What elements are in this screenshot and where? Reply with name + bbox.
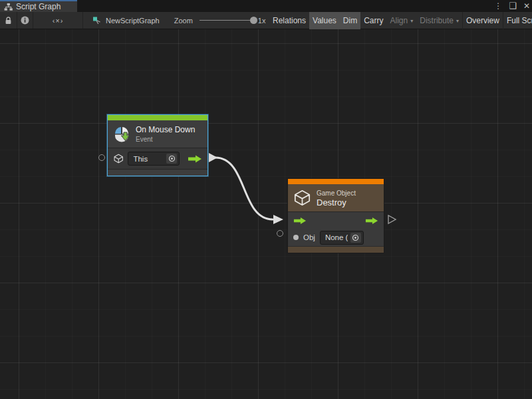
tab-bar: Script Graph ⋮ ❑ ✕ [0, 0, 532, 12]
kebab-menu-icon[interactable]: ⋮ [494, 0, 502, 12]
mouse-event-icon [113, 126, 130, 143]
values-button[interactable]: Values [309, 12, 340, 29]
obj-input-dot[interactable] [293, 235, 299, 240]
code-preview-button[interactable]: ‹×› [33, 12, 82, 29]
graph-toolbar: ‹×› NewScriptGraph Zoom 1x Relations Val… [0, 12, 532, 29]
target-value-field[interactable]: This [128, 152, 180, 166]
graph-name: NewScriptGraph [106, 17, 160, 25]
relations-button[interactable]: Relations [269, 12, 309, 29]
wire-source-triangle [209, 153, 217, 162]
chevron-down-icon: ▾ [410, 18, 413, 24]
graph-view-buttons: Relations Values Dim Carry Align ▾ Distr… [269, 12, 532, 29]
wire-layer [0, 29, 532, 399]
flow-input-arrow[interactable] [293, 217, 307, 225]
control-flow-wire [215, 158, 273, 219]
trigger-output-arrow[interactable] [188, 155, 202, 163]
node-header[interactable]: Game Object Destroy [288, 184, 384, 211]
destroy-obj-port[interactable] [277, 230, 283, 237]
game-object-cube-icon [293, 189, 311, 207]
node-body: This [108, 148, 207, 169]
zoom-value: 1x [258, 17, 266, 25]
info-icon [21, 16, 29, 25]
event-target-port[interactable] [98, 154, 105, 161]
toolbar-separator [82, 12, 83, 29]
node-on-mouse-down[interactable]: On Mouse Down Event This [107, 114, 208, 176]
node-category: Game Object [317, 189, 356, 198]
obj-value: None (O [325, 233, 348, 241]
close-icon[interactable]: ✕ [523, 0, 530, 12]
graph-tree-icon [4, 3, 13, 11]
info-button[interactable] [17, 12, 33, 29]
node-title: On Mouse Down [136, 125, 195, 135]
flow-output-arrow[interactable] [365, 217, 378, 225]
zoom-label: Zoom [174, 17, 193, 25]
fullscreen-button[interactable]: Full Screen [503, 12, 532, 29]
node-subtitle: Event [136, 135, 195, 144]
window-controls: ⋮ ❑ ✕ [494, 0, 530, 12]
chevron-down-icon: ▾ [456, 18, 459, 24]
distribute-dropdown[interactable]: Distribute ▾ [416, 12, 462, 29]
object-picker-icon[interactable] [166, 154, 177, 164]
tab-script-graph[interactable]: Script Graph [0, 0, 77, 12]
script-graph-window: Script Graph ⋮ ❑ ✕ ‹×› [0, 0, 532, 399]
script-graph-asset-icon [92, 16, 102, 25]
node-header[interactable]: On Mouse Down Event [108, 120, 207, 148]
node-footer [108, 170, 207, 176]
node-title: Destroy [317, 198, 356, 207]
event-accent-strip [108, 115, 207, 120]
carry-button[interactable]: Carry [360, 12, 386, 29]
param-row: Obj None (O [288, 229, 384, 246]
maximize-icon[interactable]: ❑ [509, 0, 517, 12]
wire-arrowhead [273, 215, 283, 224]
node-destroy[interactable]: Game Object Destroy Obj [287, 178, 384, 253]
lock-icon [5, 17, 12, 25]
zoom-slider[interactable] [200, 20, 254, 21]
dim-button[interactable]: Dim [340, 12, 360, 29]
param-label: Obj [303, 233, 315, 241]
game-object-cube-icon [113, 153, 124, 164]
object-picker-icon[interactable] [350, 233, 361, 243]
target-value: This [133, 155, 164, 163]
zoom-slider-knob[interactable] [250, 17, 257, 24]
tab-title: Script Graph [16, 1, 61, 12]
zoom-control: Zoom 1x [174, 12, 266, 29]
action-accent-strip [288, 179, 384, 184]
flow-output-port [388, 215, 396, 223]
graph-canvas[interactable]: On Mouse Down Event This [0, 29, 532, 399]
lock-button[interactable] [0, 12, 17, 29]
node-body: Obj None (O [288, 212, 384, 246]
node-footer [288, 246, 384, 253]
align-dropdown[interactable]: Align ▾ [387, 12, 417, 29]
flow-row [288, 212, 384, 229]
overview-button[interactable]: Overview [463, 12, 503, 29]
graph-breadcrumb[interactable]: NewScriptGraph [92, 12, 160, 29]
obj-value-field[interactable]: None (O [320, 231, 364, 245]
